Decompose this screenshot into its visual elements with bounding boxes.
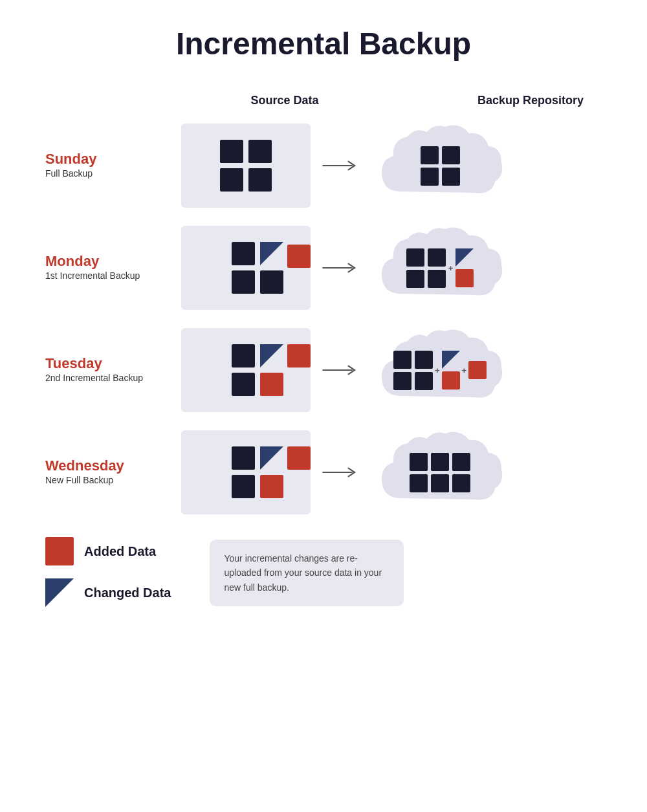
monday-row: Monday 1st Incremental Backup [45, 223, 602, 313]
sunday-cloud-box [369, 120, 511, 211]
mini-cell [428, 248, 446, 267]
monday-source-box [181, 226, 311, 310]
wednesday-row: Wednesday New Full Backup [45, 427, 602, 518]
tuesday-cloud-box: + + [369, 325, 511, 415]
tuesday-cloud-content: + + [393, 351, 487, 390]
mini-cell [442, 168, 460, 186]
mini-cell [393, 372, 411, 390]
legend-left: Added Data Changed Data [45, 537, 171, 607]
plus-sign: + [435, 366, 440, 375]
legend-section: Added Data Changed Data Your incremental… [45, 537, 602, 607]
mini-cell [410, 474, 428, 492]
cell-triangle [260, 446, 283, 470]
mini-triangle [455, 248, 474, 267]
plus-sign-2: + [462, 366, 467, 375]
mini-cell [421, 146, 439, 164]
arrow-icon [320, 360, 359, 380]
mini-triangle [442, 351, 460, 369]
column-headers: Source Data Backup Repository [45, 94, 602, 107]
mini-cell [421, 168, 439, 186]
tuesday-inc2 [468, 361, 487, 379]
mini-cell-red [442, 371, 460, 390]
tuesday-label: Tuesday 2nd Incremental Backup [45, 355, 181, 385]
wednesday-source-box [181, 430, 311, 514]
mini-cell [442, 146, 460, 164]
tuesday-row: Tuesday 2nd Incremental Backup [45, 325, 602, 415]
source-data-header: Source Data [214, 94, 356, 107]
mini-cell-red2 [468, 361, 487, 379]
tuesday-inc1 [442, 351, 460, 390]
cell-red [260, 475, 283, 498]
mini-cell [415, 351, 433, 369]
wednesday-label: Wednesday New Full Backup [45, 457, 181, 487]
mini-cell [428, 270, 446, 288]
sunday-source-box [181, 124, 311, 208]
tuesday-day-name: Tuesday [45, 355, 181, 372]
sunday-row: Sunday Full Backup [45, 120, 602, 211]
cell [232, 344, 255, 368]
tuesday-subtitle: 2nd Incremental Backup [45, 372, 181, 385]
monday-arrow [311, 258, 369, 278]
wednesday-repo-grid [410, 453, 470, 492]
page-title: Incremental Backup [176, 26, 471, 61]
mini-cell [431, 474, 449, 492]
added-data-icon [45, 537, 74, 565]
sunday-cloud-content [421, 146, 460, 186]
tuesday-source-box [181, 328, 311, 412]
monday-source-grid [232, 242, 283, 294]
monday-cloud-box: + [369, 223, 511, 313]
wednesday-arrow [311, 463, 369, 482]
cell [232, 446, 255, 470]
cell-red [287, 245, 311, 268]
monday-subtitle: 1st Incremental Backup [45, 270, 181, 283]
monday-label: Monday 1st Incremental Backup [45, 253, 181, 283]
monday-base-grid [406, 248, 446, 288]
sunday-day-name: Sunday [45, 151, 181, 168]
changed-data-icon [45, 578, 74, 607]
monday-cloud-content: + [406, 248, 474, 288]
arrow-icon [320, 156, 359, 175]
cell [248, 140, 272, 163]
tuesday-base-grid [393, 351, 433, 390]
wednesday-day-name: Wednesday [45, 457, 181, 474]
mini-cell [431, 453, 449, 471]
cell-triangle [260, 344, 283, 368]
sunday-arrow [311, 156, 369, 175]
sunday-source-grid [220, 140, 272, 192]
monday-incremental [455, 248, 474, 287]
cell [220, 168, 243, 192]
cell [232, 475, 255, 498]
mini-cell [406, 248, 424, 267]
arrow-icon [320, 463, 359, 482]
changed-data-label: Changed Data [84, 586, 171, 600]
added-data-legend: Added Data [45, 537, 171, 565]
mini-cell [393, 351, 411, 369]
cell [248, 168, 272, 192]
sunday-repo-grid [421, 146, 460, 186]
cell [232, 270, 255, 294]
plus-sign: + [448, 263, 454, 273]
cell-red-overlay-wed [287, 446, 311, 470]
legend-note: Your incremental changes are re-uploaded… [210, 540, 404, 606]
cell-triangle [260, 242, 283, 265]
wednesday-cloud-box [369, 427, 511, 518]
mini-cell [452, 474, 470, 492]
tuesday-arrow [311, 360, 369, 380]
mini-cell [452, 453, 470, 471]
added-data-label: Added Data [84, 544, 156, 559]
rows-container: Sunday Full Backup [45, 120, 602, 518]
cell [260, 270, 283, 294]
mini-cell [410, 453, 428, 471]
sunday-label: Sunday Full Backup [45, 151, 181, 181]
mini-cell [415, 372, 433, 390]
mini-cell [406, 270, 424, 288]
wednesday-subtitle: New Full Backup [45, 474, 181, 487]
cell-red-overlay [287, 344, 311, 368]
arrow-icon [320, 258, 359, 278]
cell-red [260, 373, 283, 396]
wednesday-cloud-content [410, 453, 470, 492]
cell [232, 373, 255, 396]
changed-data-legend: Changed Data [45, 578, 171, 607]
cell [232, 242, 255, 265]
monday-day-name: Monday [45, 253, 181, 270]
